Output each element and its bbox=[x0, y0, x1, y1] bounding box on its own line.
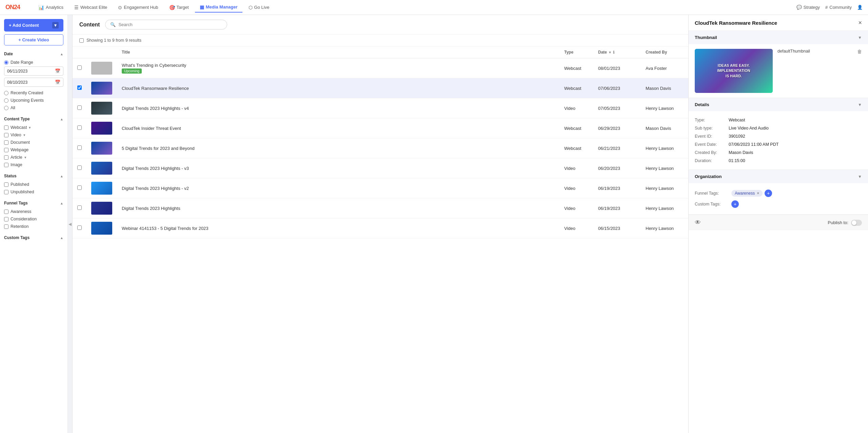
community-link[interactable]: # Community bbox=[825, 5, 852, 10]
consideration-checkbox-label[interactable]: Consideration bbox=[4, 216, 63, 222]
nav-item-target[interactable]: 🎯 Target bbox=[164, 2, 194, 13]
unpublished-checkbox-label[interactable]: Unpublished bbox=[4, 189, 63, 195]
thumbnail-section-header[interactable]: Thumbnail ▼ bbox=[689, 31, 868, 44]
webcast-expand-button[interactable]: ▾ bbox=[28, 125, 32, 130]
calendar-to-icon[interactable]: 📅 bbox=[55, 80, 60, 85]
image-checkbox-label[interactable]: Image bbox=[4, 161, 63, 168]
row-checkbox[interactable] bbox=[77, 125, 82, 130]
row-checkbox[interactable] bbox=[77, 145, 82, 150]
nav-item-media-manager[interactable]: ▦ Media Manager bbox=[195, 2, 242, 13]
table-row[interactable]: Digital Trends 2023 Highlights - v4Video… bbox=[73, 98, 688, 118]
upcoming-events-label[interactable]: Upcoming Events bbox=[4, 97, 63, 104]
published-checkbox[interactable] bbox=[4, 182, 8, 187]
create-video-button[interactable]: + Create Video bbox=[4, 34, 63, 45]
awareness-tag-remove[interactable]: × bbox=[757, 191, 759, 196]
row-checkbox[interactable] bbox=[77, 185, 82, 190]
nav-item-analytics[interactable]: 📊 Analytics bbox=[34, 2, 68, 13]
nav-item-go-live[interactable]: ⬡ Go Live bbox=[244, 2, 274, 13]
row-title[interactable]: CloudTek Ransomware Resilience bbox=[117, 78, 559, 98]
table-row[interactable]: CloudTek Ransomware ResilienceWebcast07/… bbox=[73, 78, 688, 98]
content-type-section-header[interactable]: Content Type ▲ bbox=[4, 117, 63, 121]
nav-item-engagement-hub[interactable]: ⊙ Engagement Hub bbox=[113, 2, 163, 13]
image-checkbox[interactable] bbox=[4, 163, 8, 167]
row-title[interactable]: Digital Trends 2023 Highlights - v2 bbox=[117, 178, 559, 198]
row-title[interactable]: CloudTek Insider Threat Event bbox=[117, 118, 559, 138]
retention-checkbox[interactable] bbox=[4, 224, 8, 229]
search-box[interactable]: 🔍 bbox=[105, 20, 227, 29]
awareness-checkbox[interactable] bbox=[4, 210, 8, 214]
awareness-checkbox-label[interactable]: Awareness bbox=[4, 208, 63, 215]
nav-item-webcast-elite[interactable]: ☰ Webcast Elite bbox=[70, 2, 112, 13]
table-row[interactable]: Digital Trends 2023 Highlights - v2Video… bbox=[73, 178, 688, 198]
table-row[interactable]: 5 Digital Trends for 2023 and BeyondWebc… bbox=[73, 138, 688, 158]
webcast-checkbox[interactable] bbox=[4, 125, 8, 130]
row-title[interactable]: What's Trending in CybersecurityUpcoming bbox=[117, 58, 559, 78]
consideration-checkbox[interactable] bbox=[4, 217, 8, 221]
row-title[interactable]: Webinar 4141153 - 5 Digital Trends for 2… bbox=[117, 218, 559, 238]
video-checkbox-label[interactable]: Video bbox=[4, 132, 21, 138]
row-checkbox[interactable] bbox=[77, 225, 82, 230]
strategy-link[interactable]: 💬 Strategy bbox=[796, 5, 820, 10]
published-checkbox-label[interactable]: Published bbox=[4, 181, 63, 188]
row-checkbox[interactable] bbox=[77, 85, 82, 90]
col-header-date[interactable]: Date ▼ ℹ bbox=[593, 46, 641, 58]
row-checkbox[interactable] bbox=[77, 105, 82, 110]
status-section-header[interactable]: Status ▲ bbox=[4, 174, 63, 178]
webpage-checkbox[interactable] bbox=[4, 148, 8, 152]
calendar-from-icon[interactable]: 📅 bbox=[55, 68, 60, 74]
search-input[interactable] bbox=[118, 22, 222, 27]
article-checkbox-label[interactable]: Article bbox=[4, 154, 22, 161]
date-range-radio[interactable] bbox=[4, 60, 8, 65]
row-title[interactable]: 5 Digital Trends for 2023 and Beyond bbox=[117, 138, 559, 158]
add-funnel-tag-button[interactable]: + bbox=[765, 190, 772, 197]
publish-toggle[interactable] bbox=[851, 220, 862, 226]
document-checkbox-label[interactable]: Document bbox=[4, 139, 63, 146]
sidebar-collapse-button[interactable]: ◀ bbox=[68, 15, 73, 433]
detail-close-button[interactable]: × bbox=[858, 20, 862, 26]
detail-header: CloudTek Ransomware Resilience × bbox=[689, 15, 868, 31]
webpage-checkbox-label[interactable]: Webpage bbox=[4, 146, 63, 153]
table-row[interactable]: CloudTek Insider Threat EventWebcast06/2… bbox=[73, 118, 688, 138]
user-menu[interactable]: 👤 bbox=[857, 5, 863, 10]
table-row[interactable]: Digital Trends 2023 Highlights - v3Video… bbox=[73, 158, 688, 178]
recently-created-label[interactable]: Recently Created bbox=[4, 90, 63, 96]
add-content-caret[interactable]: ▾ bbox=[52, 22, 59, 28]
thumbnail-delete-icon[interactable]: 🗑 bbox=[857, 49, 862, 54]
row-title[interactable]: Digital Trends 2023 Highlights - v4 bbox=[117, 98, 559, 118]
document-checkbox[interactable] bbox=[4, 140, 8, 145]
add-content-button[interactable]: + Add Content ▾ bbox=[4, 19, 63, 32]
funnel-tags-section-header[interactable]: Funnel Tags ▲ bbox=[4, 201, 63, 205]
recently-created-radio[interactable] bbox=[4, 91, 8, 95]
article-expand-button[interactable]: ▾ bbox=[24, 155, 27, 160]
date-sort[interactable]: Date ▼ ℹ bbox=[598, 50, 636, 55]
row-checkbox[interactable] bbox=[77, 65, 82, 70]
all-dates-radio[interactable] bbox=[4, 106, 8, 110]
custom-tags-section-header[interactable]: Custom Tags ▲ bbox=[4, 235, 63, 240]
select-all-checkbox[interactable] bbox=[79, 38, 84, 43]
preview-button[interactable]: 👁 bbox=[695, 219, 701, 226]
article-checkbox[interactable] bbox=[4, 155, 8, 160]
video-checkbox[interactable] bbox=[4, 133, 8, 137]
upcoming-events-radio[interactable] bbox=[4, 98, 8, 103]
table-row[interactable]: What's Trending in CybersecurityUpcoming… bbox=[73, 58, 688, 78]
logo[interactable]: ON24 bbox=[5, 4, 20, 11]
details-section-header[interactable]: Details ▼ bbox=[689, 98, 868, 111]
add-custom-tag-button[interactable]: + bbox=[731, 200, 739, 208]
retention-checkbox-label[interactable]: Retention bbox=[4, 223, 63, 230]
table-row[interactable]: Webinar 4141153 - 5 Digital Trends for 2… bbox=[73, 218, 688, 238]
row-checkbox[interactable] bbox=[77, 205, 82, 210]
unpublished-checkbox[interactable] bbox=[4, 190, 8, 194]
organization-section-header[interactable]: Organization ▼ bbox=[689, 170, 868, 183]
date-to-row[interactable]: 08/10/2023 📅 bbox=[4, 78, 63, 87]
date-section-header[interactable]: Date ▲ bbox=[4, 52, 63, 56]
row-title[interactable]: Digital Trends 2023 Highlights bbox=[117, 198, 559, 218]
all-dates-label[interactable]: All bbox=[4, 104, 63, 111]
video-expand-button[interactable]: ▾ bbox=[23, 133, 26, 137]
row-checkbox[interactable] bbox=[77, 165, 82, 170]
row-title[interactable]: Digital Trends 2023 Highlights - v3 bbox=[117, 158, 559, 178]
webcast-checkbox-label[interactable]: Webcast bbox=[4, 124, 27, 131]
table-row[interactable]: Digital Trends 2023 HighlightsVideo06/19… bbox=[73, 198, 688, 218]
date-range-label[interactable]: Date Range bbox=[4, 59, 63, 66]
date-info-icon[interactable]: ℹ bbox=[613, 50, 614, 55]
date-from-row[interactable]: 06/11/2023 📅 bbox=[4, 66, 63, 76]
